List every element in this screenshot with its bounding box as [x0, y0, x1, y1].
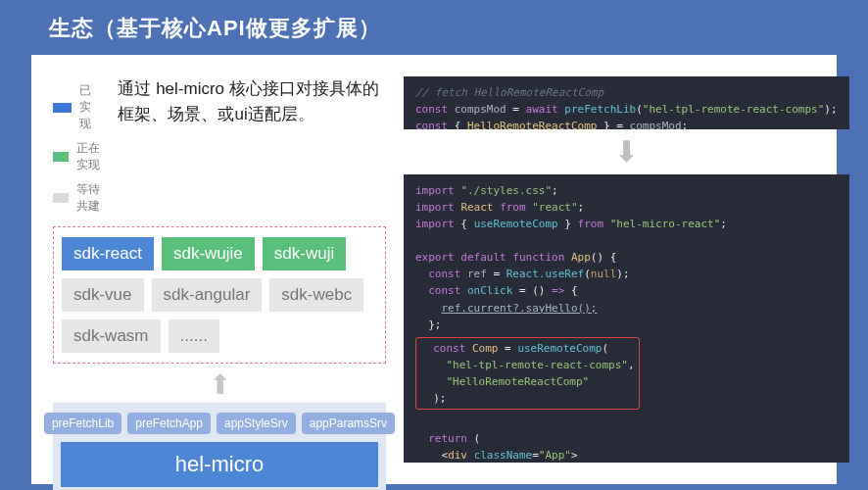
sdk-tile: sdk-wuji — [263, 237, 346, 270]
core-api-chips: preFetchLibpreFetchAppappStyleSrvappPara… — [61, 413, 378, 434]
sdk-tile: ...... — [169, 319, 219, 353]
core-name: hel-micro — [61, 442, 378, 487]
content-card: 已实现 正在实现 等待共建 通过 hel-micro 核心接口对接具体的框架、场… — [31, 55, 837, 484]
legend-item: 等待共建 — [53, 181, 102, 215]
core-api-chip: preFetchLib — [44, 413, 121, 434]
right-panel: // fetch HelloRemoteReactComp const comp… — [404, 76, 849, 463]
sdk-tile: sdk-vue — [62, 278, 144, 312]
code-block-top: // fetch HelloRemoteReactComp const comp… — [404, 76, 849, 129]
legend-swatch — [53, 103, 72, 113]
legend-item: 正在实现 — [53, 140, 102, 173]
core-api-chip: appStyleSrv — [217, 413, 296, 434]
intro-text: 通过 hel-micro 核心接口对接具体的框架、场景、或ui适配层。 — [118, 76, 386, 215]
left-panel: 已实现 正在实现 等待共建 通过 hel-micro 核心接口对接具体的框架、场… — [53, 76, 386, 463]
sdk-tile: sdk-webc — [269, 278, 363, 312]
sdk-tile: sdk-angular — [152, 278, 263, 312]
arrow-down-icon: ⬇ — [614, 137, 639, 167]
page-title: 生态（基于核心API做更多扩展） — [0, 0, 868, 55]
core-api-chip: preFetchApp — [127, 413, 211, 434]
legend-item: 已实现 — [53, 82, 102, 132]
arrow-up-icon: ⬆ — [209, 371, 231, 399]
legend-swatch — [53, 193, 69, 203]
core-api-chip: appParamsSrv — [302, 413, 395, 434]
legend-swatch — [53, 152, 69, 162]
sdk-tile: sdk-wujie — [162, 237, 255, 270]
legend-label: 已实现 — [79, 82, 102, 132]
code-block-bottom: import "./styles.css"; import React from… — [404, 174, 849, 463]
legend: 已实现 正在实现 等待共建 — [53, 76, 102, 215]
sdk-tile: sdk-react — [62, 237, 154, 270]
legend-label: 正在实现 — [76, 140, 102, 173]
core-stack: preFetchLibpreFetchAppappStyleSrvappPara… — [53, 403, 386, 490]
highlight-region: const Comp = useRemoteComp( "hel-tpl-rem… — [415, 337, 640, 410]
sdk-tile: sdk-wasm — [62, 319, 161, 353]
legend-label: 等待共建 — [76, 181, 102, 215]
sdk-container: sdk-reactsdk-wujiesdk-wujisdk-vuesdk-ang… — [53, 226, 386, 364]
